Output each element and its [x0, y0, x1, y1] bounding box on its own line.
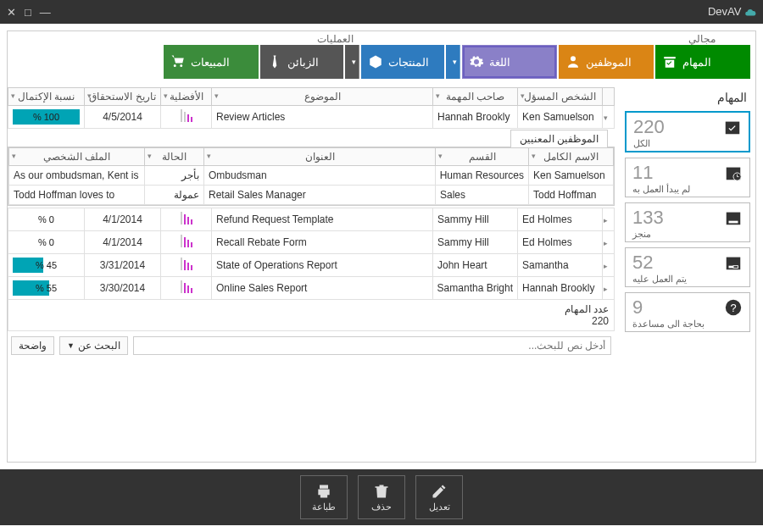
table-row[interactable]: Todd HoffmanSalesRetail Sales Managerعمو… — [9, 186, 614, 205]
window-close-icon[interactable]: ✕ — [7, 6, 16, 19]
calendar-check-icon — [723, 118, 742, 136]
window-maximize-icon[interactable]: □ — [25, 6, 31, 19]
sidebar: المهام 220 الكل 11 لم يبدأ العمل به 133 … — [620, 84, 755, 462]
search-input[interactable] — [133, 336, 611, 355]
card-notstarted[interactable]: 11 لم يبدأ العمل به — [625, 158, 750, 197]
search-clear-button[interactable]: واضحة — [11, 336, 54, 355]
card-inprogress[interactable]: 52 يتم العمل عليه — [625, 247, 750, 287]
table-row[interactable]: ▸SamanthaJohn HeartState of Operations R… — [8, 254, 615, 277]
edit-button[interactable]: تعديل — [415, 475, 463, 519]
table-row[interactable]: ▾ Ken Samuelson Hannah Brookly Review Ar… — [8, 106, 615, 129]
calendar-clock-icon — [724, 163, 743, 182]
print-button[interactable]: طباعة — [300, 475, 348, 519]
box-icon — [368, 54, 383, 69]
tasks-icon — [662, 54, 677, 69]
svg-rect-1 — [726, 122, 740, 135]
gear-icon — [469, 54, 484, 69]
ribbon: المهام الموظفين اللغة ▾ المنتجات ▾ الزبا… — [8, 45, 755, 84]
table-header-row: ▾الشخص المسؤل ▾صاحب المهمة ▾الموضوع ▾الأ… — [8, 88, 615, 106]
svg-text:?: ? — [730, 302, 736, 314]
card-help[interactable]: ?9 بحاجة الى مساعدة — [625, 292, 750, 332]
svg-point-0 — [571, 56, 576, 61]
calendar-full-icon — [724, 208, 743, 227]
expand-icon[interactable]: ▸ — [604, 285, 610, 293]
ribbon-employees[interactable]: الموظفين — [559, 45, 654, 79]
ribbon-language[interactable]: اللغة — [462, 45, 557, 79]
ribbon-sales[interactable]: المبيعات — [164, 45, 259, 79]
trash-icon — [373, 483, 390, 500]
tasks-table[interactable]: ▾الشخص المسؤل ▾صاحب المهمة ▾الموضوع ▾الأ… — [8, 87, 615, 129]
card-done[interactable]: 133 منجز — [625, 202, 750, 242]
window-minimize-icon[interactable]: — — [40, 6, 51, 19]
expand-icon[interactable]: ▸ — [604, 239, 610, 247]
priority-icon — [180, 258, 193, 273]
svg-rect-5 — [729, 221, 738, 224]
tasks-table-2[interactable]: ▸Ed HolmesSammy HillRefund Request Templ… — [8, 208, 615, 300]
col-pct[interactable]: ▾نسبة الإكتمال — [8, 88, 85, 106]
table-row[interactable]: Ken SamuelsonHuman ResourcesOmbudsmanبأج… — [9, 166, 614, 186]
ribbon-products-dropdown[interactable]: ▾ — [446, 45, 460, 79]
dcol-status[interactable]: ▾الحالة — [145, 148, 204, 166]
priority-icon — [180, 212, 193, 227]
col-due[interactable]: ▾تاريخ الاستحقاق — [85, 88, 161, 106]
dcol-profile[interactable]: ▾الملف الشخصي — [9, 148, 145, 166]
delete-button[interactable]: حذف — [358, 475, 405, 519]
detail-table[interactable]: ▾الاسم الكامل ▾القسم ▾العنوان ▾الحالة ▾ا… — [8, 147, 614, 205]
employees-icon — [565, 54, 581, 69]
expand-icon[interactable]: ▸ — [604, 216, 610, 224]
card-all[interactable]: 220 الكل — [625, 111, 750, 152]
ribbon-customers[interactable]: الزبائن — [260, 45, 343, 79]
dcol-name[interactable]: ▾الاسم الكامل — [529, 148, 614, 166]
col-subject[interactable]: ▾الموضوع — [212, 88, 433, 106]
ribbon-tasks[interactable]: المهام — [655, 45, 750, 79]
summary: عدد المهام 220 — [8, 300, 615, 331]
col-owner[interactable]: ▾صاحب المهمة — [433, 88, 518, 106]
ribbon-group-labels: مجالي العمليات — [8, 31, 755, 45]
search-find-button[interactable]: البحث عن▼ — [59, 336, 128, 355]
cart-icon — [170, 54, 186, 69]
ribbon-products[interactable]: المنتجات — [361, 45, 444, 79]
cloud-icon — [744, 7, 756, 19]
col-expand[interactable] — [603, 88, 615, 106]
svg-rect-7 — [729, 266, 734, 269]
collapse-icon[interactable]: ▾ — [604, 114, 610, 122]
expand-icon[interactable]: ▸ — [604, 262, 610, 270]
search-row: البحث عن▼ واضحة — [8, 331, 615, 360]
col-assigned[interactable]: ▾الشخص المسؤل — [518, 88, 603, 106]
app-brand: DevAV — [708, 5, 756, 19]
footer: تعديل حذف طباعة — [0, 469, 763, 525]
detail-tab[interactable]: الموظفين المعنيين — [510, 130, 608, 147]
grid-pane: ▾الشخص المسؤل ▾صاحب المهمة ▾الموضوع ▾الأ… — [8, 84, 620, 462]
dcol-dept[interactable]: ▾القسم — [436, 148, 529, 166]
pencil-icon — [431, 483, 448, 500]
question-icon: ? — [724, 298, 743, 317]
titlebar: ✕ □ — DevAV — [0, 0, 763, 24]
printer-icon — [315, 483, 332, 500]
ribbon-customers-dropdown[interactable]: ▾ — [345, 45, 359, 79]
calendar-half-icon — [724, 253, 743, 272]
table-row[interactable]: ▸Ed HolmesSammy HillRecall Rebate Form4/… — [8, 231, 615, 254]
priority-icon — [180, 235, 193, 250]
sidebar-title: المهام — [625, 89, 750, 106]
tie-icon — [267, 54, 282, 69]
table-row[interactable]: ▸Ed HolmesSammy HillRefund Request Templ… — [8, 208, 615, 231]
dcol-title[interactable]: ▾العنوان — [204, 148, 436, 166]
priority-icon — [180, 109, 193, 125]
filter-icon[interactable]: ▾ — [521, 91, 525, 100]
table-row[interactable]: ▸Hannah BrooklySamantha BrightOnline Sal… — [8, 277, 615, 300]
col-priority[interactable]: ▾الأفضلية — [161, 88, 212, 106]
priority-icon — [180, 280, 193, 296]
